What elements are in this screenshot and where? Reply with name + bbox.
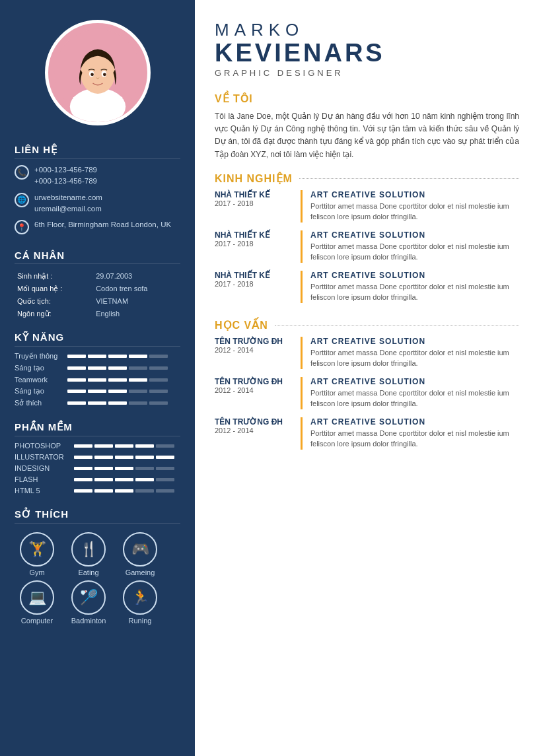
software-row: INDESIGN — [15, 464, 180, 472]
sidebar: LIÊN HỆ 📞 +000-123-456-789 +000-123-456-… — [0, 0, 195, 756]
personal-value: 29.07.2003 — [94, 271, 179, 282]
personal-label: Ngôn ngữ: — [16, 308, 93, 320]
software-bar-seg — [156, 478, 174, 481]
hobby-item: 🍴Eating — [66, 532, 111, 576]
software-row: PHOTOSHOP — [15, 442, 180, 450]
about-heading: VỀ TÔI — [215, 92, 519, 105]
skill-bar-seg — [149, 366, 168, 370]
skill-bar-seg — [67, 390, 86, 393]
exp-right: ART CREATIVE SOLUTION Porttitor amet mas… — [301, 190, 519, 223]
software-bar-seg — [156, 489, 174, 493]
exp-left: NHÀ THIẾT KẾ 2017 - 2018 — [215, 230, 301, 263]
exp-desc: Porttitor amet massa Done cporttitor dol… — [310, 201, 519, 223]
hobbies-grid: 🏋Gym🍴Eating🎮Gameing💻Computer🏸Badminton🏃R… — [15, 529, 180, 625]
education-item: TÊN TRƯỜNG ĐH 2012 - 2014 ART CREATIVE S… — [215, 377, 519, 409]
edu-left: TÊN TRƯỜNG ĐH 2012 - 2014 — [215, 417, 301, 450]
personal-label: Quốc tịch: — [16, 296, 93, 307]
edu-year: 2012 - 2014 — [215, 386, 301, 394]
education-list: TÊN TRƯỜNG ĐH 2012 - 2014 ART CREATIVE S… — [215, 337, 519, 458]
software-bar-seg — [135, 444, 154, 448]
software-label: ILLUSTRATOR — [15, 453, 74, 461]
skill-label: Truyền thông — [15, 352, 67, 361]
skill-bar-seg — [67, 401, 86, 405]
skill-bar-seg — [88, 378, 106, 382]
skills-section: KỸ NĂNG Truyền thôngSáng tạoTeamworkSáng… — [0, 326, 195, 416]
hobbies-title: SỞ THÍCH — [15, 508, 180, 524]
software-bar-seg — [94, 456, 113, 459]
hobbies-section: SỞ THÍCH 🏋Gym🍴Eating🎮Gameing💻Computer🏸Ba… — [0, 503, 195, 630]
exp-year: 2017 - 2018 — [215, 280, 301, 288]
skill-bar-seg — [67, 355, 86, 358]
software-bar — [74, 456, 174, 459]
skill-bar-seg — [108, 401, 127, 405]
skill-label: Sáng tạo — [15, 364, 67, 372]
software-label: FLASH — [15, 475, 74, 483]
skill-bar-seg — [129, 366, 147, 370]
skill-bar-seg — [88, 401, 106, 405]
software-row: ILLUSTRATOR — [15, 453, 180, 461]
skill-bar-seg — [108, 355, 127, 358]
personal-value: VIETNAM — [94, 296, 179, 307]
experience-divider — [299, 178, 519, 179]
software-bar-seg — [74, 467, 92, 470]
experience-heading: KINH NGHIỆM — [215, 172, 519, 185]
contact-title: LIÊN HỆ — [15, 144, 180, 159]
hobby-label: Runing — [129, 617, 152, 625]
skill-bar-seg — [129, 401, 147, 405]
edu-company: ART CREATIVE SOLUTION — [310, 377, 519, 386]
exp-right: ART CREATIVE SOLUTION Porttitor amet mas… — [301, 271, 519, 303]
skill-row: Sáng tạo — [15, 387, 180, 395]
education-item: TÊN TRƯỜNG ĐH 2012 - 2014 ART CREATIVE S… — [215, 417, 519, 450]
hobby-item: 🏸Badminton — [66, 580, 111, 625]
skill-row: Sở thích — [15, 399, 180, 407]
phone-icon: 📞 — [15, 165, 29, 180]
skill-bar-seg — [129, 378, 147, 382]
software-label: INDESIGN — [15, 464, 74, 472]
hobby-item: 🏃Runing — [118, 580, 162, 625]
phone-text: +000-123-456-789 +000-123-456-789 — [34, 164, 97, 188]
education-heading: HỌC VẤN — [215, 319, 519, 331]
job-title: GRAPHIC DESIGNER — [215, 68, 519, 78]
personal-table: Sinh nhật :29.07.2003Mối quan hệ :Codon … — [15, 269, 180, 321]
about-title: VỀ TÔI — [215, 92, 253, 105]
software-bar — [74, 489, 174, 493]
software-bar-seg — [135, 467, 154, 470]
education-title: HỌC VẤN — [215, 319, 268, 331]
skill-bar-seg — [67, 378, 86, 382]
exp-desc: Porttitor amet massa Done cporttitor dol… — [310, 241, 519, 263]
skill-row: Sáng tạo — [15, 364, 180, 372]
skill-bar — [67, 390, 168, 393]
skill-bar-seg — [149, 401, 168, 405]
software-bar-seg — [115, 444, 133, 448]
edu-right: ART CREATIVE SOLUTION Porttitor amet mas… — [301, 377, 519, 409]
computer-icon: 💻 — [20, 580, 54, 615]
skill-bar — [67, 366, 168, 370]
skill-row: Teamwork — [15, 376, 180, 384]
edu-left: TÊN TRƯỜNG ĐH 2012 - 2014 — [215, 377, 301, 409]
exp-right: ART CREATIVE SOLUTION Porttitor amet mas… — [301, 230, 519, 263]
software-bar-seg — [156, 467, 174, 470]
contact-address: 📍 6th Floor, Birmingham Road London, UK — [15, 219, 180, 234]
skill-bar-seg — [108, 378, 127, 382]
edu-year: 2012 - 2014 — [215, 346, 301, 354]
badminton-icon: 🏸 — [71, 580, 106, 615]
skill-bar-seg — [149, 378, 168, 382]
svg-point-6 — [90, 73, 94, 76]
profile-area — [0, 0, 195, 139]
first-name: MARKO — [215, 20, 519, 40]
edu-desc: Porttitor amet massa Done cporttitor dol… — [310, 428, 519, 450]
skill-label: Teamwork — [15, 376, 67, 384]
skill-bar-seg — [108, 390, 127, 393]
skill-bar — [67, 378, 168, 382]
hobby-item: 🏋Gym — [15, 532, 59, 576]
exp-position: NHÀ THIẾT KẾ — [215, 271, 301, 280]
skill-bar-seg — [88, 355, 106, 358]
education-item: TÊN TRƯỜNG ĐH 2012 - 2014 ART CREATIVE S… — [215, 337, 519, 369]
experience-item: NHÀ THIẾT KẾ 2017 - 2018 ART CREATIVE SO… — [215, 190, 519, 223]
personal-row: Ngôn ngữ:English — [16, 308, 179, 320]
exp-position: NHÀ THIẾT KẾ — [215, 190, 301, 199]
skill-bar-seg — [88, 390, 106, 393]
experience-list: NHÀ THIẾT KẾ 2017 - 2018 ART CREATIVE SO… — [215, 190, 519, 311]
software-bar-seg — [94, 444, 113, 448]
experience-title: KINH NGHIỆM — [215, 172, 293, 185]
